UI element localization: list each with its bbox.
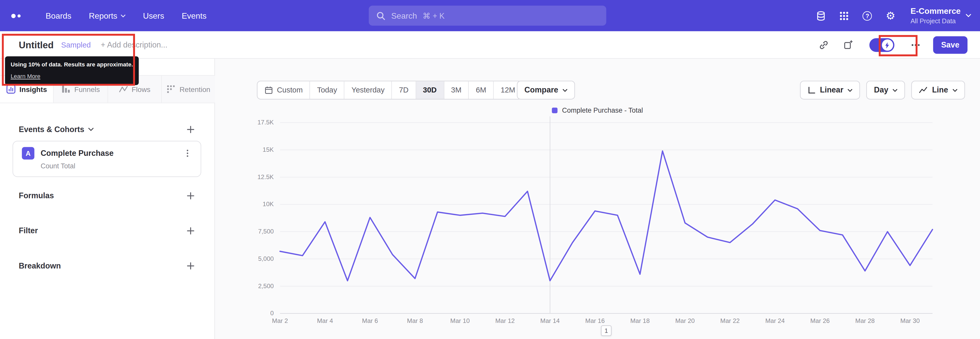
flows-icon <box>118 85 128 94</box>
granularity-dropdown[interactable]: Day <box>866 81 905 99</box>
mixpanel-logo-icon[interactable] <box>11 14 21 18</box>
app-window: Boards Reports Users Events Search ⌘ + K <box>0 0 980 339</box>
gear-glyph: ⚙ <box>886 10 895 21</box>
event-menu-icon[interactable] <box>182 148 193 159</box>
event-card-complete-purchase[interactable]: A Complete Purchase Count Total <box>13 141 201 177</box>
toggle-knob <box>882 39 893 51</box>
search-icon <box>376 11 386 21</box>
chart-type-dropdown[interactable]: Line <box>912 81 965 99</box>
nav-item-boards[interactable]: Boards <box>37 0 80 31</box>
help-icon[interactable]: ? <box>861 9 874 22</box>
range-yesterday[interactable]: Yesterday <box>345 81 392 99</box>
report-header: Untitled Sampled + Add description... Sa… <box>0 31 980 59</box>
sampling-toggle[interactable] <box>869 38 894 52</box>
scale-label: Linear <box>820 86 843 94</box>
scale-dropdown[interactable]: Linear <box>800 81 860 99</box>
tab-retention[interactable]: Retention <box>162 76 215 102</box>
events-cohorts-text: Events & Cohorts <box>19 125 84 134</box>
svg-text:Mar 30: Mar 30 <box>900 317 920 324</box>
insights-icon <box>6 85 16 94</box>
database-icon[interactable] <box>815 9 828 22</box>
nav-item-events[interactable]: Events <box>173 0 215 31</box>
svg-text:Mar 10: Mar 10 <box>450 317 469 324</box>
event-name[interactable]: Complete Purchase <box>41 149 176 158</box>
range-30d[interactable]: 30D <box>416 81 444 99</box>
svg-text:5,000: 5,000 <box>258 255 274 262</box>
project-switcher[interactable]: E-Commerce All Project Data <box>911 6 971 25</box>
top-nav: Boards Reports Users Events Search ⌘ + K <box>0 0 980 31</box>
add-breakdown-button[interactable] <box>185 260 196 272</box>
tab-label: Flows <box>132 85 151 93</box>
chevron-down-icon <box>848 89 853 92</box>
range-custom[interactable]: Custom <box>258 81 310 99</box>
svg-text:Mar 4: Mar 4 <box>317 317 333 324</box>
link-icon[interactable] <box>817 38 830 52</box>
calendar-icon <box>264 86 273 94</box>
svg-text:Mar 16: Mar 16 <box>585 317 605 324</box>
add-to-board-icon[interactable] <box>841 38 855 52</box>
plus-icon <box>186 191 195 200</box>
chevron-down-icon <box>563 89 568 92</box>
add-formula-button[interactable] <box>185 190 196 201</box>
nav-label: Boards <box>46 11 72 21</box>
range-today[interactable]: Today <box>310 81 345 99</box>
chart-legend: Complete Purchase - Total <box>215 106 980 114</box>
formulas-label: Formulas <box>19 191 54 200</box>
svg-text:Mar 6: Mar 6 <box>362 317 378 324</box>
range-6m[interactable]: 6M <box>469 81 494 99</box>
filter-label: Filter <box>19 227 38 235</box>
chevron-down-icon <box>893 89 898 92</box>
nav-item-reports[interactable]: Reports <box>80 0 134 31</box>
more-options-icon[interactable] <box>908 38 922 52</box>
settings-gear-icon[interactable]: ⚙ <box>883 9 897 22</box>
range-7d[interactable]: 7D <box>392 81 416 99</box>
event-metric[interactable]: Count Total <box>13 160 200 170</box>
range-label: Today <box>317 86 337 94</box>
breakdown-label: Breakdown <box>19 262 61 270</box>
sampling-tooltip: Using 10% of data. Results are approxima… <box>5 56 139 85</box>
line-chart[interactable]: 02,5005,0007,50010K12.5K15K17.5KMar 2Mar… <box>228 115 965 328</box>
add-filter-button[interactable] <box>185 225 196 237</box>
logo-dot-icon <box>18 14 21 17</box>
range-label: Custom <box>277 86 303 94</box>
svg-text:Mar 26: Mar 26 <box>810 317 830 324</box>
range-label: 7D <box>399 86 409 94</box>
granularity-label: Day <box>874 86 888 94</box>
search-input[interactable]: Search ⌘ + K <box>369 6 606 26</box>
tab-label: Insights <box>19 85 47 93</box>
svg-text:Mar 20: Mar 20 <box>675 317 695 324</box>
event-card-row: A Complete Purchase <box>13 141 200 160</box>
report-title[interactable]: Untitled <box>19 39 54 50</box>
add-event-button[interactable] <box>185 124 196 135</box>
range-label: Yesterday <box>352 86 385 94</box>
svg-text:17.5K: 17.5K <box>258 119 274 126</box>
project-name: E-Commerce <box>911 6 961 17</box>
svg-text:Mar 18: Mar 18 <box>630 317 650 324</box>
tooltip-learn-more-link[interactable]: Learn More <box>11 73 40 79</box>
sampled-badge[interactable]: Sampled <box>61 40 91 49</box>
add-description-field[interactable]: + Add description... <box>101 40 167 49</box>
line-chart-svg: 02,5005,0007,50010K12.5K15K17.5KMar 2Mar… <box>228 115 965 328</box>
range-3m[interactable]: 3M <box>444 81 469 99</box>
help-question-glyph: ? <box>862 11 872 21</box>
apps-grid-icon[interactable] <box>837 9 851 22</box>
report-sidebar: Insights Funnels Flows Retention Events … <box>0 59 215 339</box>
nav-item-users[interactable]: Users <box>134 0 173 31</box>
save-button[interactable]: Save <box>933 36 967 54</box>
plus-icon <box>186 227 195 235</box>
legend-label[interactable]: Complete Purchase - Total <box>562 106 643 114</box>
event-series-badge: A <box>22 147 35 160</box>
range-label: 30D <box>423 86 437 94</box>
svg-text:2,500: 2,500 <box>258 283 274 289</box>
svg-text:Mar 28: Mar 28 <box>855 317 875 324</box>
events-cohorts-label[interactable]: Events & Cohorts <box>19 125 94 134</box>
pagination-page-1[interactable]: 1 <box>601 325 612 336</box>
nav-label: Reports <box>89 11 118 21</box>
search-shortcut: ⌘ + K <box>423 11 445 21</box>
nav-right-cluster: ? ⚙ E-Commerce All Project Data <box>815 0 971 31</box>
chart-type-label: Line <box>932 86 948 94</box>
events-cohorts-row: Events & Cohorts <box>0 123 215 136</box>
tab-label: Retention <box>180 85 210 93</box>
compare-button[interactable]: Compare <box>517 81 575 99</box>
svg-text:Mar 2: Mar 2 <box>272 317 288 324</box>
